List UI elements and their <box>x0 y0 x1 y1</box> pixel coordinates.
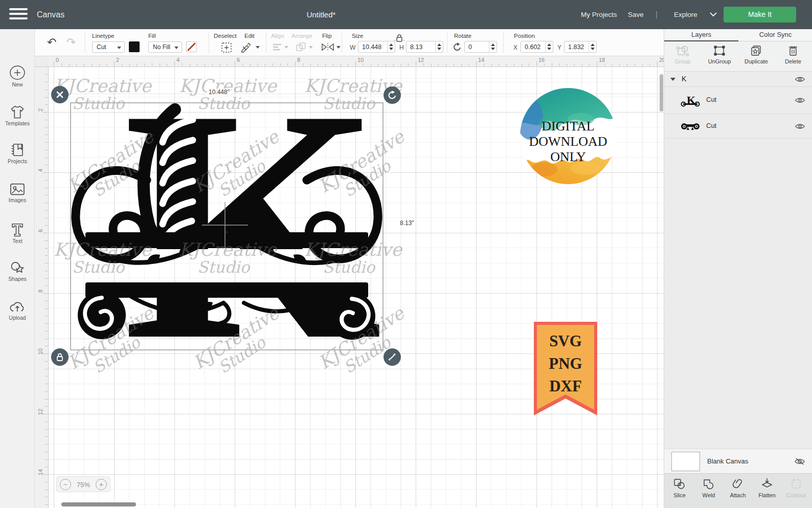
ruler-v-number: 4 <box>37 165 43 176</box>
edit-icon[interactable] <box>240 42 254 53</box>
ruler-v-number: 8 <box>37 285 43 297</box>
eye-icon[interactable] <box>795 76 805 83</box>
linetype-dropdown[interactable]: Cut <box>92 41 125 53</box>
save-link[interactable]: Save <box>628 0 644 29</box>
caret-icon[interactable] <box>256 46 260 49</box>
duplicate-button[interactable]: Duplicate <box>738 45 775 64</box>
delete-button[interactable]: Delete <box>775 45 811 64</box>
attach-button[interactable]: Attach <box>724 478 752 498</box>
rotate-input[interactable]: 0 <box>464 41 497 53</box>
height-stepper[interactable] <box>435 41 443 52</box>
canvas-color-swatch[interactable] <box>671 452 700 471</box>
ungroup-button[interactable]: UnGroup <box>701 45 738 64</box>
y-stepper[interactable] <box>589 41 596 52</box>
sidebar-item-shapes[interactable]: Shapes <box>0 260 35 282</box>
sidebar-item-text[interactable]: Text <box>0 223 35 244</box>
sidebar-item-projects[interactable]: Projects <box>0 143 35 164</box>
tab-color-sync[interactable]: Color Sync <box>738 29 812 41</box>
layer-row-cut-top[interactable]: K Cut <box>664 87 812 114</box>
fill-value: No Fill <box>153 43 170 51</box>
arrange-icon <box>296 42 307 52</box>
x-position-input[interactable]: 0.602 <box>521 41 553 53</box>
sidebar-label: New <box>0 81 35 87</box>
edit-label: Edit <box>244 33 255 39</box>
collapse-triangle-icon[interactable] <box>670 78 675 81</box>
sidebar-label: Images <box>0 197 35 203</box>
x-stepper[interactable] <box>545 41 553 52</box>
formats-banner: SVG PNG DXF <box>534 322 597 415</box>
slice-button[interactable]: Slice <box>665 478 694 498</box>
sidebar-item-upload[interactable]: Upload <box>0 300 35 321</box>
header-divider: | <box>656 0 658 29</box>
explore-menu[interactable]: Explore <box>674 0 697 29</box>
resize-selection-handle[interactable] <box>384 348 401 366</box>
weld-button[interactable]: Weld <box>694 478 723 498</box>
fill-dropdown[interactable]: No Fill <box>148 41 182 53</box>
text-t-icon <box>10 223 25 237</box>
design-canvas[interactable]: K <box>49 67 664 508</box>
lock-selection-handle[interactable] <box>51 348 69 366</box>
caret-icon[interactable] <box>336 46 341 49</box>
toolbar-divider <box>209 32 209 53</box>
sidebar-item-images[interactable]: Images <box>0 183 35 203</box>
horizontal-scrollbar-thumb[interactable] <box>61 502 136 506</box>
tab-layers[interactable]: Layers <box>664 29 738 41</box>
remove-selection-handle[interactable] <box>51 86 69 103</box>
ungroup-icon <box>713 45 726 57</box>
width-stepper[interactable] <box>387 41 395 52</box>
sidebar-item-new[interactable]: New <box>0 65 35 87</box>
ruler-vertical: 2468101214 <box>35 67 49 508</box>
layer-group-row[interactable]: K <box>664 72 812 87</box>
layer-thumbnail-top: K <box>681 94 700 107</box>
height-input[interactable]: 8.13 <box>406 41 443 53</box>
ruler-v-number: 2 <box>37 104 43 116</box>
top-header: Canvas Untitled* My Projects Save | Expl… <box>0 0 812 29</box>
ruler-horizontal: 02468101214161820 <box>49 56 664 67</box>
toolbar-divider <box>342 32 342 53</box>
rotate-stepper[interactable] <box>489 41 497 52</box>
flip-icon[interactable] <box>321 42 334 52</box>
my-projects-link[interactable]: My Projects <box>581 0 617 29</box>
ruler-h-number: 4 <box>176 57 179 63</box>
layer-row-cut-bottom[interactable]: Cut <box>664 114 812 139</box>
deselect-label: Deselect <box>214 33 237 39</box>
attach-label: Attach <box>724 492 752 498</box>
flatten-button[interactable]: Flatten <box>753 478 781 498</box>
images-icon <box>9 183 26 196</box>
width-input[interactable]: 10.448 <box>358 41 395 53</box>
chevron-down-icon[interactable] <box>710 12 717 17</box>
lock-ratio-icon[interactable] <box>394 34 405 43</box>
paperclip-icon <box>732 478 744 490</box>
rotate-selection-handle[interactable] <box>384 86 401 104</box>
eye-icon[interactable] <box>795 97 805 104</box>
selection-bounding-box[interactable] <box>70 102 384 350</box>
weld-label: Weld <box>694 492 723 498</box>
y-position-input[interactable]: 1.832 <box>564 41 597 53</box>
sidebar-label: Templates <box>0 120 35 126</box>
ruler-v-number: 10 <box>37 346 43 357</box>
sidebar-item-templates[interactable]: Templates <box>0 105 35 126</box>
vertical-scrollbar-thumb[interactable] <box>660 74 663 112</box>
fill-label: Fill <box>148 33 156 39</box>
group-label: Group <box>664 58 701 64</box>
sidebar-label: Upload <box>0 315 35 321</box>
hamburger-menu-icon[interactable] <box>9 8 28 21</box>
ruler-v-number: 14 <box>37 467 43 478</box>
lock-icon <box>55 352 65 362</box>
deselect-icon[interactable] <box>221 42 232 53</box>
zoom-in-button[interactable]: + <box>96 479 107 490</box>
linetype-color-swatch[interactable] <box>129 41 140 52</box>
make-it-button[interactable]: Make It <box>724 7 796 23</box>
layer-group-name: K <box>682 75 686 83</box>
redo-icon[interactable]: ↷ <box>66 37 76 48</box>
upload-cloud-icon <box>9 300 26 314</box>
trash-icon <box>787 45 799 57</box>
ruler-h-number: 12 <box>418 57 424 63</box>
rotate-icon[interactable] <box>453 42 462 52</box>
fill-none-swatch[interactable] <box>186 41 197 52</box>
eye-icon[interactable] <box>795 123 805 130</box>
undo-icon[interactable]: ↶ <box>47 37 56 48</box>
eye-off-icon[interactable] <box>794 457 805 466</box>
blank-canvas-row[interactable]: Blank Canvas <box>664 449 812 473</box>
slice-icon <box>673 478 686 490</box>
